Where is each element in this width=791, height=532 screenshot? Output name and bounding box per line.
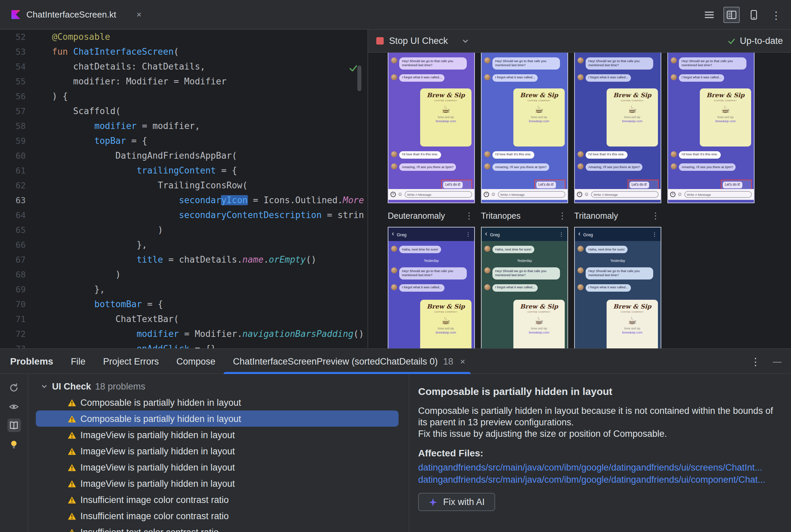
chat-message: I forgot what it was called... [577,74,658,82]
code-line[interactable]: 68 ) [0,267,367,282]
tab-project-errors[interactable]: Project Errors [103,349,159,374]
stop-ui-check-button[interactable]: Stop UI Check [376,36,448,46]
code-editor[interactable]: 52@Composable53fun ChatInterfaceScreen(5… [0,30,367,348]
chat-bubble: Haha, next time for sure! [493,246,534,253]
code-line[interactable]: 60 DatingAndFriendsAppBar( [0,149,367,164]
code-line[interactable]: 56) { [0,89,367,104]
brew-card: Brew & SipCOFFEE COMPANY☕brew and sipbre… [513,300,565,348]
day-label: Yesterday [575,259,661,263]
line-number: 56 [0,89,26,104]
preview-phone[interactable]: ‹Greg⋮Haha, next time for sure!Yesterday… [388,227,475,348]
tab-file[interactable]: File [71,349,86,374]
titlebar-actions: ⋮ [701,0,784,30]
kebab-icon[interactable]: ⋮ [557,211,568,221]
line-number: 71 [0,312,26,327]
code-line[interactable]: 69 }, [0,282,367,297]
code-line[interactable]: 53fun ChatInterfaceScreen( [0,44,367,59]
message-composer: +☺Write A Message [668,189,754,200]
device-preview-icon[interactable] [746,7,762,23]
tab-close-icon[interactable]: × [460,356,465,366]
code-line[interactable]: 59 topBar = { [0,134,367,149]
coffee-cup-icon: ☕ [535,315,544,326]
inspections-ok-icon[interactable] [349,63,358,76]
lightbulb-icon[interactable] [7,437,21,451]
code-line[interactable]: 52@Composable [0,30,367,44]
message-input: Write A Message [404,191,472,198]
eye-icon[interactable] [7,400,21,413]
chat-bubble: Hey! Should we go to that cafe you menti… [493,57,560,69]
problem-item[interactable]: Composable is partially hidden in layout [36,411,399,427]
chat-message: Hey! Should we go to that cafe you menti… [484,57,565,69]
problem-item[interactable]: Insufficient text color contrast ratio [29,524,409,532]
chat-message: Hey! Should we go to that cafe you menti… [577,268,658,280]
panel-more-icon[interactable]: ⋮ [751,357,760,366]
chat-bubble: Haha, next time for sure! [586,246,627,253]
chat-message: Haha, next time for sure! [577,246,658,253]
affected-files-label: Affected Files: [418,448,779,458]
preview-phone[interactable]: Hey! Should we go to that cafe you menti… [481,53,568,203]
code-line[interactable]: 66 }, [0,238,367,252]
split-editor-icon[interactable] [723,7,740,23]
code-area: 52@Composable53fun ChatInterfaceScreen(5… [0,30,367,348]
coffee-cup-icon: ☕ [535,103,544,115]
code-line[interactable]: 54 chatDetails: ChatDetails, [0,59,367,74]
problem-item[interactable]: ImageView is partially hidden in layout [29,443,409,459]
affected-file-link[interactable]: datingandfriends/src/main/java/com/ibm/g… [418,462,779,474]
code-line[interactable]: 73 onAddClick = {}, [0,342,367,348]
problem-item[interactable]: ImageView is partially hidden in layout [29,427,409,443]
code-line[interactable]: 71 ChatTextBar( [0,312,367,327]
code-line[interactable]: 58 modifier = modifier, [0,119,367,134]
brew-card: Brew & SipCOFFEE COMPANY☕brew and sipbre… [420,300,472,348]
code-line[interactable]: 65 ) [0,223,367,238]
avatar [391,74,397,80]
tab-compose[interactable]: Compose [176,349,216,374]
minimize-icon[interactable]: — [773,357,781,366]
refresh-icon[interactable] [7,381,21,394]
chevron-down-icon[interactable] [461,37,470,45]
tab-preview[interactable]: ChatInterfaceScreenPreview (sortedChatDe… [233,349,465,374]
tab-label: Problems [10,356,53,366]
code-line[interactable]: 64 secondaryContentDescription = strin [0,208,367,223]
fix-with-ai-button[interactable]: Fix with AI [418,493,495,511]
problem-item[interactable]: Insufficient image color contrast ratio [29,508,409,524]
preview-phone[interactable]: Hey! Should we go to that cafe you menti… [388,53,475,203]
code-line[interactable]: 63 secondaryIcon = Icons.Outlined.More [0,193,367,208]
code-line[interactable]: 61 trailingContent = { [0,164,367,178]
problems-group-header[interactable]: UI Check 18 problems [29,378,409,394]
code-line[interactable]: 72 modifier = Modifier.navigationBarsPad… [0,327,367,342]
chat-bubble: I forgot what it was called... [399,74,444,82]
chat-message: I'd love that! It's this one. [391,151,472,159]
avatar [577,268,584,274]
editor-tab[interactable]: ChatInterfaceScreen.kt × [0,0,151,29]
preview-phone[interactable]: Hey! Should we go to that cafe you menti… [574,53,661,203]
tab-label: Compose [176,356,216,366]
kebab-icon[interactable]: ⋮ [650,211,661,221]
kebab-icon: ⋮ [652,231,657,237]
problem-item-label: ImageView is partially hidden in layout [80,430,235,440]
code-line[interactable]: 67 title = chatDetails.name.orEmpty() [0,252,367,267]
code-line[interactable]: 57 Scaffold( [0,104,367,119]
open-details-icon[interactable] [7,419,21,432]
problems-panel: ProblemsFileProject ErrorsComposeChatInt… [0,348,791,532]
affected-file-link[interactable]: datingandfriends/src/main/java/com/ibm/g… [418,474,779,486]
more-icon[interactable]: ⋮ [768,7,784,23]
problem-item[interactable]: ImageView is partially hidden in layout [29,459,409,475]
kebab-icon[interactable]: ⋮ [463,211,475,221]
code-line[interactable]: 62 TrailingIconsRow( [0,178,367,193]
code-line[interactable]: 55 modifier: Modifier = Modifier [0,74,367,89]
problem-item[interactable]: ImageView is partially hidden in layout [29,475,409,492]
preview-phone[interactable]: ‹Greg⋮Haha, next time for sure!Yesterday… [481,227,568,348]
structure-icon[interactable] [701,7,717,23]
problem-item[interactable]: Composable is partially hidden in layout [29,394,409,411]
tab-close-icon[interactable]: × [136,10,142,20]
tab-label: File [71,356,86,366]
message-input: Write A Message [684,191,752,198]
preview-phone[interactable]: Hey! Should we go to that cafe you menti… [667,53,755,203]
chat-message: I forgot what it was called... [484,74,565,82]
editor-scrollbar[interactable] [357,65,362,91]
line-number: 73 [0,342,26,348]
code-line[interactable]: 70 bottomBar = { [0,297,367,312]
preview-phone[interactable]: ‹Greg⋮Haha, next time for sure!Yesterday… [574,227,661,348]
problem-item[interactable]: Insufficient image color contrast ratio [29,492,409,508]
avatar [671,57,677,63]
